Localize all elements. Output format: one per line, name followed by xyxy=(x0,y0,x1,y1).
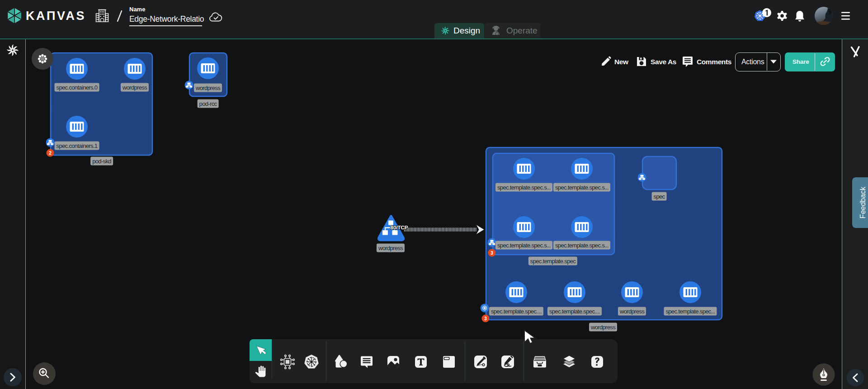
svg-text:2: 2 xyxy=(49,151,52,156)
svg-text:3: 3 xyxy=(484,316,487,321)
svg-text:3: 3 xyxy=(491,251,493,256)
svg-text:Feedback: Feedback xyxy=(859,186,867,218)
svg-text:80/TCP: 80/TCP xyxy=(391,225,408,230)
